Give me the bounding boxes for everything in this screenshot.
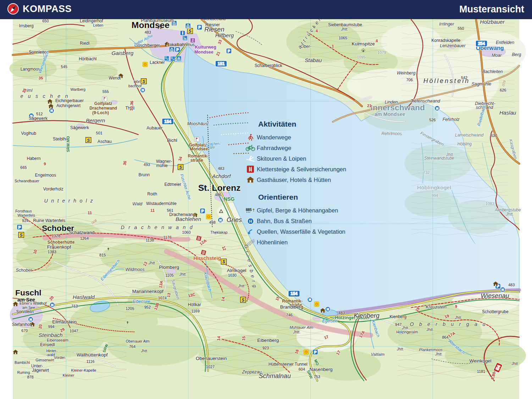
map-label: Wartberg [70,88,85,92]
svg-text:H: H [327,307,329,311]
contour-icon [244,239,257,246]
map-label: Mariannenkopf [132,289,164,294]
legend-item: Höhenlinien [244,237,361,248]
map-label: 561 [167,208,173,212]
map-label: Wiesenau [481,292,509,299]
map-label: Roith [147,192,157,196]
ski-icon [244,155,257,162]
road-shield: 151 [215,61,227,67]
map-label: Berg [512,52,521,57]
map-label: 13 [166,293,171,298]
map-label: Aichingerwirt [56,103,81,108]
svg-text:154: 154 [290,291,298,296]
map-label: 706 [406,78,412,82]
map-label: Kleiner-Kapelle [71,368,96,372]
bus-stop-icon: H [49,108,54,113]
peak-icon: 885† [244,207,257,214]
map-label: 864 [442,335,448,339]
map-label: Kienberg [389,314,406,319]
map-label: Obenauerstein [196,356,227,361]
swimming-icon [171,56,175,61]
map-label: 923 [262,346,269,350]
map-label: 550 [458,26,464,31]
svg-text:S: S [179,165,182,170]
svg-text:H: H [501,288,504,292]
legend-activities-title: Aktivitäten [258,120,361,128]
museum-icon [169,47,174,52]
map-label: Eibensee [133,299,150,304]
map-label: Hilfberg [215,32,234,38]
svg-text:S: S [222,259,225,264]
map-label: Mondsee [194,50,214,55]
legend-item-label: Gasthäuser, Hotels & Hütten [257,177,331,183]
map-label: Holzingeralm [396,330,418,334]
kompass-map-sample: { "header": {"brand": "KOMPASS", "title"… [0,0,532,399]
map-label: Schatzwand [69,230,95,235]
map-label: St. Lorenz [198,183,241,193]
svg-text:154: 154 [164,119,171,124]
map-label: 512 [36,112,43,116]
map-label: Weinberg [397,71,416,76]
map-label: Vorder- [54,356,66,360]
map-label: Rehrlmoos [381,131,402,136]
map-label: 21 [367,104,372,108]
map-label: Leiten [93,23,104,27]
map-label: Mühlauer Alm [289,325,313,329]
svg-text:S: S [87,138,90,143]
map-label: 1169 [191,309,200,313]
map-label: 1030 [228,273,237,277]
map-label: Pfahlbaumuseum [141,19,174,23]
map-label: Vorderholz [43,187,63,192]
map-label: 10,36 [129,101,134,111]
bus-icon: H [244,217,257,225]
map-label: 36 [122,161,127,166]
map-label: 626 [500,88,506,92]
map-label: Bachleiten [482,69,503,74]
sbahn-icon: S [187,28,193,34]
legend-item-label: Quellen, Wasserfälle & Vegetation [257,228,345,235]
road-shield: 154 [162,118,173,124]
map-label: 555 [102,89,109,94]
map-label: Gries [227,216,242,223]
map-label: 9 [44,162,46,166]
map-label: Jhtt. [505,212,514,217]
map-label: Schoberhütte [48,240,75,245]
playground-icon [304,350,309,354]
map-label: Unterholz [44,198,96,204]
map-label: Eibenseealm [47,338,68,342]
map-label: 4 [376,39,378,43]
map-label: 498 [209,220,216,225]
svg-text:H: H [436,107,438,110]
map-label: Hinter- [46,349,58,353]
map-label: Brunn [138,172,150,177]
map-label: Irrlinger [439,22,454,27]
compass-icon [7,3,19,15]
svg-text:P: P [198,26,201,29]
svg-text:S: S [242,298,244,303]
map-label: 1205 [126,306,134,311]
map-label: 952 [144,305,151,309]
map-label: 604 [299,367,305,371]
map-label: Plankenmoos [419,348,443,352]
golf-icon [102,96,107,101]
kompass-logo: KOMPASS [7,3,72,15]
legend-item-label: Höhenlinien [257,239,288,246]
map-label: Engelmoos [35,173,56,178]
parking-icon: P [313,350,318,355]
map-label: SRW.MO [66,136,70,152]
map-label: Jhtt. [435,352,443,356]
map-label: Sägewerk [29,116,48,121]
legend-item-label: Bahn, Bus & Straßen [257,218,312,225]
map-label: Entfelden [496,40,514,45]
map-label: Sägewerk [70,125,89,130]
parking-icon: P [200,209,205,214]
map-label: Edtmeier [164,182,181,187]
map-label: Steinwandstube [424,156,454,161]
info-icon: i [180,31,185,35]
legend-item: HBahn, Bus & Straßen [244,216,361,226]
map-label: Irrsberg [19,23,34,28]
map-label: Oberburgau [410,321,491,327]
map-label: 947 [395,322,401,327]
swimming-icon [164,56,169,61]
map-label: Lametschwand [455,133,483,138]
